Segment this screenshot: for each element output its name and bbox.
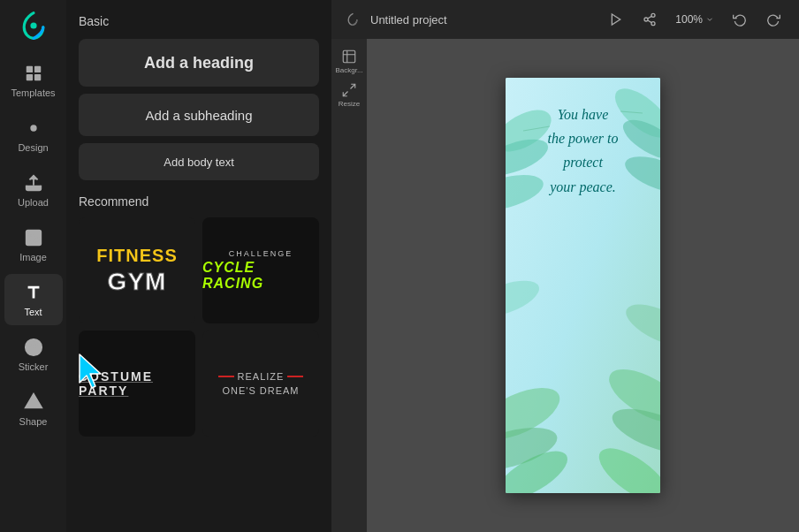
canvas-main: Backgr... Resize	[331, 39, 799, 532]
add-heading-button[interactable]: Add a heading	[79, 39, 319, 87]
templates-icon	[23, 63, 44, 84]
background-tool-label: Backgr...	[335, 66, 362, 74]
svg-rect-1	[26, 66, 32, 72]
svg-rect-2	[34, 66, 40, 72]
canvas-topbar: Untitled project 100%	[331, 0, 799, 39]
svg-line-14	[648, 16, 652, 19]
sidebar-item-label: Text	[24, 307, 42, 317]
realize-dash-right	[287, 376, 303, 377]
sidebar-item-design[interactable]: Design	[4, 110, 63, 161]
realize-text-bottom: ONE'S DREAM	[222, 385, 299, 396]
realize-text-top: REALIZE	[238, 371, 285, 382]
svg-point-11	[644, 18, 648, 21]
canvas-viewport[interactable]: You havethe power toprotectyour peace.	[367, 39, 799, 532]
recommend-grid: FITNESS GYM CHALLENGE CYCLE RACING COSTU…	[79, 217, 319, 437]
background-tool-button[interactable]: Backgr...	[334, 46, 364, 76]
fitness-top-text: FITNESS	[96, 246, 177, 266]
sidebar-item-label: Sticker	[19, 361, 49, 372]
sidebar-item-sticker[interactable]: Sticker	[4, 329, 63, 380]
cycle-racing-text: CYCLE RACING	[202, 260, 319, 292]
svg-line-17	[343, 91, 347, 95]
zoom-value: 100%	[675, 13, 703, 26]
realize-line-bottom: ONE'S DREAM	[222, 385, 299, 396]
canvas-area: Untitled project 100%	[331, 0, 799, 532]
image-icon	[23, 227, 44, 248]
recommend-card-costume[interactable]: COSTUME PARTY	[79, 331, 195, 437]
poster: You havethe power toprotectyour peace.	[506, 78, 660, 493]
resize-tool-label: Resize	[339, 100, 360, 108]
recommend-card-fitness[interactable]: FITNESS GYM	[79, 217, 195, 323]
sidebar-item-label: Upload	[18, 197, 49, 208]
sidebar-item-templates[interactable]: Templates	[4, 55, 63, 106]
svg-point-12	[651, 22, 655, 26]
sidebar-item-upload[interactable]: Upload	[4, 164, 63, 216]
costume-text: COSTUME PARTY	[79, 369, 195, 398]
recommend-card-cycle[interactable]: CHALLENGE CYCLE RACING	[202, 217, 319, 323]
fitness-bottom-text: GYM	[108, 268, 167, 296]
svg-point-25	[506, 377, 567, 450]
svg-rect-4	[34, 74, 40, 80]
svg-point-28	[607, 399, 660, 462]
project-title: Untitled project	[370, 13, 594, 27]
basic-section-title: Basic	[79, 14, 319, 28]
sidebar-item-label: Image	[19, 252, 47, 262]
sticker-icon	[23, 337, 44, 358]
svg-point-8	[29, 233, 32, 236]
redo-button[interactable]	[760, 6, 787, 33]
share-button[interactable]	[636, 6, 663, 33]
play-preview-button[interactable]	[603, 6, 629, 33]
sidebar-item-label: Templates	[11, 87, 55, 98]
sidebar-item-image[interactable]: Image	[4, 219, 63, 270]
svg-point-0	[30, 22, 36, 28]
poster-quote-text: You havethe power toprotectyour peace.	[506, 103, 660, 199]
svg-point-29	[506, 442, 575, 493]
add-subheading-button[interactable]: Add a subheading	[79, 94, 319, 136]
app-logo	[17, 9, 50, 42]
svg-marker-9	[613, 14, 620, 25]
svg-point-31	[506, 273, 544, 323]
cycle-challenge-text: CHALLENGE	[229, 249, 293, 258]
recommend-card-realize[interactable]: REALIZE ONE'S DREAM	[202, 331, 319, 437]
recommend-section-title: Recommend	[79, 194, 319, 209]
svg-rect-3	[26, 74, 32, 80]
sidebar-item-shape[interactable]: Shape	[4, 384, 63, 435]
add-body-button[interactable]: Add body text	[79, 143, 319, 180]
shape-icon	[23, 391, 44, 413]
svg-line-13	[648, 20, 652, 23]
sidebar-item-label: Design	[18, 142, 48, 153]
svg-point-32	[620, 296, 660, 354]
svg-point-30	[590, 438, 660, 493]
undo-button[interactable]	[727, 6, 753, 33]
sidebar: Templates Design Upload Image Text Stick…	[0, 0, 66, 532]
canvas-tools-strip: Backgr... Resize	[331, 39, 367, 532]
svg-rect-15	[343, 50, 355, 63]
topbar-actions: 100%	[603, 6, 787, 33]
svg-point-26	[506, 419, 561, 478]
design-icon	[23, 118, 44, 139]
canvas-logo-icon	[344, 11, 361, 28]
svg-point-27	[601, 359, 660, 433]
text-icon	[23, 282, 44, 303]
sidebar-item-label: Shape	[19, 416, 48, 427]
upload-icon	[23, 172, 44, 194]
svg-point-5	[30, 125, 36, 131]
realize-dash-left	[218, 376, 234, 377]
svg-line-16	[350, 84, 354, 88]
zoom-control[interactable]: 100%	[670, 10, 719, 29]
realize-line-top: REALIZE	[218, 371, 304, 382]
sidebar-item-text[interactable]: Text	[4, 274, 63, 325]
svg-point-10	[651, 13, 655, 17]
resize-tool-button[interactable]: Resize	[334, 80, 364, 110]
text-panel: Basic Add a heading Add a subheading Add…	[66, 0, 331, 532]
